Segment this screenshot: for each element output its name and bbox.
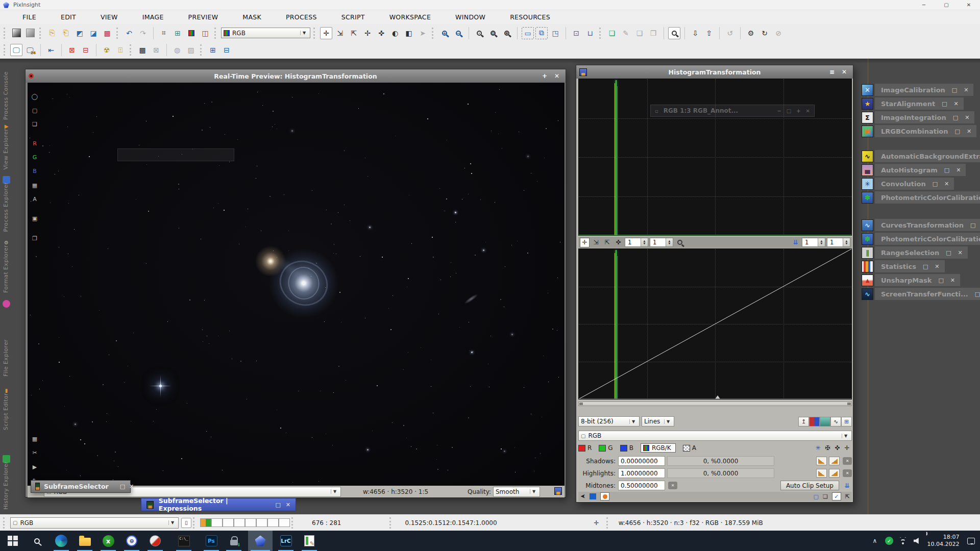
shade-icon[interactable]: ≡ [829,68,835,76]
channel-g-icon[interactable]: G [31,153,39,161]
process-imageintegration[interactable]: ImageIntegration□✕ [875,111,974,123]
taskbar-terminal-icon[interactable]: C:\_ [174,531,194,551]
shadows-clip-icon[interactable] [816,457,827,465]
close-icon[interactable]: ✕ [286,502,290,508]
iconize-icon[interactable]: □ [923,263,928,270]
tray-volume-icon[interactable] [911,531,924,551]
view-thumbnail-icon[interactable]: ▯ [181,518,191,528]
close-icon[interactable]: ✕ [129,483,134,490]
close-icon[interactable]: ✕ [956,167,961,173]
readout-swatch[interactable] [234,518,245,527]
midtones-reset-icon[interactable] [668,482,677,489]
tab-history-explorer[interactable]: History Explorer [3,461,9,510]
readout-swatch[interactable] [211,518,223,527]
shadows-input[interactable] [618,456,665,466]
mask-edit-icon[interactable]: ▨ [185,44,197,56]
view-circle-icon[interactable]: ◯ [31,92,39,101]
menu-resources[interactable]: RESOURCES [498,13,562,21]
crop-icon[interactable]: ✂ [31,448,39,457]
readout-swatch[interactable] [245,518,256,527]
toolbar-handle[interactable] [116,28,120,39]
toolbar-handle[interactable] [130,44,133,56]
subframeselector-expressions-tab[interactable]: ▄ SubframeSelector | Expressions □ ✕ [141,498,296,511]
fit-window-icon[interactable]: ⊡ [570,27,582,39]
close-icon[interactable]: ✕ [958,249,963,256]
horizontal-zoom-spinner[interactable]: 1 ▲▼ [625,238,648,247]
reset-channel-icon[interactable]: ✳ [813,443,823,453]
statusbar-handle[interactable] [193,517,197,529]
resize-preview-icon[interactable]: ◳ [549,27,561,39]
select-cursor-icon[interactable]: ➤ [416,27,429,39]
stf-enable-icon[interactable]: 🖵 [10,44,22,56]
layers-icon[interactable]: ❐ [31,234,39,242]
process-lrgbcombination[interactable]: LRGBCombination□✕ [875,125,976,137]
tray-wifi-icon[interactable] [896,531,910,551]
show-cumulative-icon[interactable] [820,417,830,427]
toolbar-handle[interactable] [200,44,204,56]
stf-reset-icon[interactable]: ⊠ [66,44,78,56]
screentransferfunction-icon[interactable] [862,288,873,300]
expand-panel-icon[interactable]: ⇊ [791,238,800,247]
format-explorer-icon[interactable] [3,300,10,308]
menu-image[interactable]: IMAGE [130,13,176,21]
statusbar-handle[interactable] [3,517,7,529]
channel-r-button[interactable]: R [578,444,592,452]
menu-script[interactable]: SCRIPT [329,13,377,21]
taskbar-edge-icon[interactable] [51,531,71,551]
iconize-icon[interactable]: □ [933,181,938,187]
duplicate-view-icon[interactable]: ⊞ [172,27,184,39]
process-photometriccolorcalibration-2[interactable]: PhotometricColorCalibration [875,233,980,245]
mask-show-icon[interactable]: ▩ [136,44,149,56]
stf-reset-small-icon[interactable]: ⊟ [80,44,92,56]
clone-process-icon[interactable]: ❐ [647,27,659,39]
delete-process-icon[interactable]: ⊘ [772,27,785,39]
photometriccolorcalibration-icon[interactable] [862,233,873,245]
highlights-input[interactable] [618,468,665,478]
unsharpmask-icon[interactable] [862,274,873,286]
preview-detach-icon[interactable]: + [542,72,547,80]
process-rangeselection[interactable]: RangeSelection□✕ [875,246,968,259]
highlights-reset-icon[interactable] [843,469,852,477]
sync-channels-icon[interactable]: ✛ [842,443,852,453]
readout-swatch[interactable] [279,518,290,527]
tray-defender-icon[interactable]: ✓ [883,531,895,551]
process-staralignment[interactable]: StarAlignment□✕ [875,97,964,110]
menu-file[interactable]: FILE [10,13,48,21]
taskbar-keepass-icon[interactable]: ⊜ [121,531,142,551]
stf-24bit-icon[interactable]: 🖵24 [24,44,36,56]
rename-view-icon[interactable]: ⌗ [158,27,170,39]
taskbar-lightroom-icon[interactable]: LrC [276,531,296,551]
histogram-titlebar[interactable]: ▄ HistogramTransformation ≡ ✕ [576,65,853,79]
automaticbackgroundextractor-icon[interactable] [862,151,873,162]
zoom-fit-icon[interactable]: ⊙ [487,27,499,39]
view-selector-dropdown[interactable]: RGB ▼ [221,28,310,38]
taskbar-pixinsight-icon[interactable] [248,531,273,551]
frame-window-icon[interactable]: ⊔ [584,27,596,39]
toolbar-handle[interactable] [313,28,317,39]
paste-image-icon[interactable]: ⎘ [46,27,58,39]
close-icon[interactable]: ✕ [950,277,955,284]
preview-titlebar[interactable]: Real-Time Preview: HistogramTransformati… [26,69,566,83]
view-square-icon[interactable]: ▢ [31,106,39,114]
statusbar-handle[interactable] [389,517,393,529]
toolbar-handle[interactable] [4,44,7,56]
statistics-icon[interactable] [862,261,873,272]
taskbar-search-icon[interactable] [27,531,47,551]
more-options-icon[interactable]: ⇊ [842,481,852,490]
copy-image-icon[interactable]: ⎗ [60,27,72,39]
pan-mode-icon[interactable]: ✛ [320,27,332,39]
subframeselector-window[interactable]: ▄ SubframeSelector □ ✕ [31,480,131,493]
new-image-icon[interactable] [10,27,22,39]
zoom-in-icon[interactable]: + [438,27,451,39]
tray-chevron-icon[interactable]: ∧ [869,531,881,551]
snapshot-icon[interactable]: ▣ [31,214,39,222]
readout-swatch[interactable] [267,518,279,527]
stf-boost-up-icon[interactable]: ⍐ [114,44,127,56]
maximize-icon[interactable]: ▢ [935,0,958,10]
zoom-expand-icon[interactable]: ⇲ [334,27,346,39]
channel-b-button[interactable]: B [620,444,633,452]
track-view-check-icon[interactable]: ✓ [832,492,841,500]
taskbar-xbox-icon[interactable]: x [98,531,118,551]
export-histogram-icon[interactable]: ↥ [798,417,809,427]
show-curve-icon[interactable]: ∿ [830,417,841,427]
